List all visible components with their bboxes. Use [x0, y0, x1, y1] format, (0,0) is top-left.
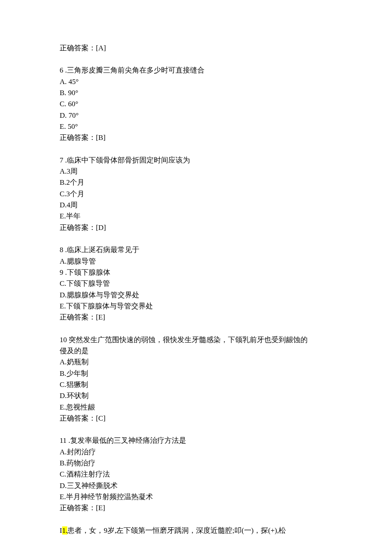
option-d: D.4周: [60, 200, 332, 211]
option-a: A.3周: [60, 166, 332, 177]
option-d: D.腮腺腺体与导管交界处: [60, 290, 332, 301]
question-stem: I1.患者，女，9岁,左下颌第一恒磨牙踽洞，深度近髓腔;叩(一)，探(+),松: [60, 525, 332, 536]
option-c: C.猖獗制: [60, 379, 332, 390]
highlight-text: 1.: [62, 526, 68, 535]
correct-answer: 正确答案：[D]: [60, 222, 332, 233]
option-c: C.酒精注射疗法: [60, 469, 332, 480]
option-e: E. 50°: [60, 121, 332, 132]
question-stem-line1: 10 突然发生广范围快速的弱蚀，很快发生牙髓感染，下颌乳前牙也受到龈蚀的: [60, 334, 332, 346]
option-e: E.半月神经节射频控温热凝术: [60, 491, 332, 503]
stem-rest: 患者，女，9岁,左下颌第一恒磨牙踽洞，深度近髓腔;叩(一)，探(+),松: [67, 526, 286, 535]
question-6: 6 .三角形皮瓣三角前尖角在多少时可直接缝合 A. 45° B. 90° C. …: [60, 65, 332, 143]
option-a: A.封闭治疗: [60, 447, 332, 458]
option-b: 9 .下颌下腺腺体: [60, 267, 332, 278]
question-stem: 7 .临床中下颌骨体部骨折固定时间应该为: [60, 155, 332, 166]
option-b: B.少年制: [60, 368, 332, 379]
option-b: B.2个月: [60, 177, 332, 188]
question-stem-line2: 侵及的是: [60, 346, 332, 357]
option-c: C.3个月: [60, 189, 332, 200]
option-d: D.环状制: [60, 390, 332, 401]
option-c: C.下颌下腺导管: [60, 278, 332, 289]
question-10: 10 突然发生广范围快速的弱蚀，很快发生牙髓感染，下颌乳前牙也受到龈蚀的 侵及的…: [60, 334, 332, 424]
correct-answer: 正确答案：[E]: [60, 312, 332, 323]
option-e: E.下颌下腺腺体与导管交界处: [60, 301, 332, 312]
question-12: I1.患者，女，9岁,左下颌第一恒磨牙踽洞，深度近髓腔;叩(一)，探(+),松: [60, 525, 332, 536]
option-b: B.药物治疗: [60, 458, 332, 469]
document-page: 正确答案：[A] 6 .三角形皮瓣三角前尖角在多少时可直接缝合 A. 45° B…: [0, 0, 392, 555]
correct-answer: 正确答案：[E]: [60, 503, 332, 514]
question-stem: 11 .复发率最低的三叉神经痛治疗方法是: [60, 435, 332, 446]
option-a: A. 45°: [60, 76, 332, 87]
question-7: 7 .临床中下颌骨体部骨折固定时间应该为 A.3周 B.2个月 C.3个月 D.…: [60, 155, 332, 233]
question-stem: 8 .临床上涎石病最常见于: [60, 244, 332, 256]
correct-answer: 正确答案：[A]: [60, 43, 332, 54]
correct-answer: 正确答案：[B]: [60, 132, 332, 143]
option-a: A.腮腺导管: [60, 256, 332, 267]
option-a: A.奶瓶制: [60, 357, 332, 368]
option-e: E.半年: [60, 211, 332, 222]
answer-5: 正确答案：[A]: [60, 43, 332, 54]
option-d: D. 70°: [60, 110, 332, 121]
option-c: C. 60°: [60, 99, 332, 110]
question-11: 11 .复发率最低的三叉神经痛治疗方法是 A.封闭治疗 B.药物治疗 C.酒精注…: [60, 435, 332, 514]
option-d: D.三叉神经撕脱术: [60, 480, 332, 491]
correct-answer: 正确答案：[C]: [60, 413, 332, 424]
option-b: B. 90°: [60, 87, 332, 99]
question-8: 8 .临床上涎石病最常见于 A.腮腺导管 9 .下颌下腺腺体 C.下颌下腺导管 …: [60, 244, 332, 323]
stem-prefix: I: [60, 526, 62, 535]
option-e: E.忽视性龈: [60, 402, 332, 413]
question-stem: 6 .三角形皮瓣三角前尖角在多少时可直接缝合: [60, 65, 332, 76]
